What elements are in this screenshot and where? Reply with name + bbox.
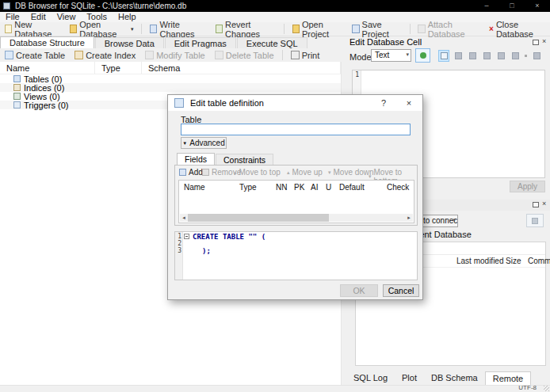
tab-plot[interactable]: Plot bbox=[395, 371, 424, 384]
close-panel-icon[interactable]: × bbox=[542, 200, 546, 207]
move-up-button[interactable]: ▴ Move up bbox=[287, 168, 323, 177]
column-commit[interactable]: Commit bbox=[528, 257, 550, 265]
tree-column-schema[interactable]: Schema bbox=[142, 62, 341, 74]
mode-select[interactable]: Text ▾ bbox=[371, 49, 411, 62]
dialog-title: Edit table definition bbox=[190, 98, 264, 108]
column-last-modified[interactable]: Last modified bbox=[456, 257, 503, 265]
tab-sql-log[interactable]: SQL Log bbox=[346, 371, 395, 384]
views-icon bbox=[13, 93, 21, 100]
scrollbar-thumb[interactable] bbox=[188, 214, 329, 222]
create-index-button[interactable]: Create Index bbox=[70, 48, 140, 63]
move-to-top-button[interactable]: ▴ Move to top bbox=[234, 168, 281, 177]
move-down-label: Move down bbox=[334, 168, 374, 177]
tab-edit-pragmas[interactable]: Edit Pragmas bbox=[165, 37, 236, 48]
add-field-button[interactable]: Add bbox=[179, 168, 203, 177]
tree-item-tables[interactable]: Tables (0) bbox=[0, 74, 341, 83]
create-table-button[interactable]: Create Table bbox=[0, 48, 70, 63]
word-wrap-icon[interactable] bbox=[438, 50, 449, 62]
auto-switch-mode-button[interactable] bbox=[415, 48, 430, 63]
fields-toolbar: Add Remove ▴ Move to top ▴ Move up ▾ Mov… bbox=[175, 168, 417, 178]
close-database-button[interactable]: × Close Database bbox=[484, 22, 550, 36]
close-database-icon: × bbox=[489, 25, 494, 33]
mode-value: Text bbox=[375, 51, 389, 59]
set-null-icon[interactable] bbox=[495, 50, 506, 62]
move-down-button[interactable]: ▾ Move down bbox=[328, 168, 374, 177]
column-u[interactable]: U bbox=[326, 183, 331, 192]
go-icon bbox=[532, 218, 538, 224]
open-database-button[interactable]: Open Database ▾ bbox=[65, 22, 138, 36]
window-title: DB Browser for SQLite - C:\Users\turne\d… bbox=[15, 2, 186, 10]
help-icon[interactable]: ? bbox=[376, 97, 391, 109]
new-database-button[interactable]: New Database bbox=[0, 22, 65, 36]
advanced-button[interactable]: ▼ Advanced bbox=[181, 137, 227, 149]
float-panel-icon[interactable] bbox=[533, 40, 539, 45]
column-name[interactable]: Name bbox=[184, 183, 205, 192]
float-panel-icon[interactable] bbox=[533, 202, 539, 207]
horizontal-scrollbar[interactable]: ◂ ▸ bbox=[180, 214, 413, 222]
connect-button[interactable] bbox=[526, 214, 544, 227]
dialog-title-bar[interactable]: Edit table definition ? × bbox=[168, 95, 422, 111]
tab-database-structure[interactable]: Database Structure bbox=[0, 36, 94, 48]
column-pk[interactable]: PK bbox=[294, 183, 304, 192]
tab-browse-data[interactable]: Browse Data bbox=[95, 37, 164, 48]
binary-mode-icon[interactable] bbox=[453, 50, 464, 62]
save-project-icon bbox=[352, 25, 359, 33]
move-bottom-icon: ▾ bbox=[369, 173, 372, 180]
line-number: 2 bbox=[178, 240, 181, 247]
minimize-icon[interactable]: – bbox=[474, 0, 499, 12]
chevron-down-icon[interactable]: ▾ bbox=[131, 26, 134, 32]
tree-item-indices[interactable]: Indices (0) bbox=[0, 83, 341, 92]
delete-table-label: Delete Table bbox=[226, 51, 274, 60]
revert-changes-button[interactable]: Revert Changes bbox=[211, 22, 281, 36]
column-size[interactable]: Size bbox=[506, 257, 521, 265]
print-button[interactable]: Print bbox=[286, 48, 325, 63]
close-panel-icon[interactable]: × bbox=[542, 37, 546, 45]
dialog-table-icon bbox=[174, 98, 184, 108]
fold-marker-icon[interactable] bbox=[184, 234, 189, 239]
create-index-label: Create Index bbox=[86, 51, 136, 60]
column-ai[interactable]: AI bbox=[311, 183, 318, 192]
open-project-button[interactable]: Open Project bbox=[288, 22, 348, 36]
tree-column-type[interactable]: Type bbox=[95, 62, 142, 74]
scroll-left-icon[interactable]: ◂ bbox=[180, 214, 188, 222]
save-project-button[interactable]: Save Project bbox=[347, 22, 406, 36]
main-toolbar: New Database Open Database ▾ Write Chang… bbox=[0, 22, 550, 36]
toolbar-separator bbox=[284, 24, 285, 34]
tab-fields[interactable]: Fields bbox=[177, 153, 215, 165]
tab-constraints[interactable]: Constraints bbox=[216, 154, 273, 165]
ok-button[interactable]: OK bbox=[340, 284, 378, 297]
import-icon[interactable] bbox=[467, 50, 478, 62]
print-label: Print bbox=[302, 51, 320, 60]
sql-code: CREATE TABLE "" ( ); bbox=[183, 232, 417, 280]
tab-db-schema[interactable]: DB Schema bbox=[424, 371, 485, 384]
dialog-close-icon[interactable]: × bbox=[402, 97, 416, 109]
resize-grip[interactable] bbox=[544, 386, 549, 391]
column-type[interactable]: Type bbox=[239, 183, 257, 192]
move-top-label: Move to top bbox=[239, 168, 281, 177]
attach-database-icon bbox=[418, 25, 425, 33]
close-icon[interactable]: × bbox=[525, 0, 550, 12]
modify-table-button[interactable]: Modify Table bbox=[140, 48, 210, 63]
delete-table-button[interactable]: Delete Table bbox=[210, 48, 279, 63]
column-nn[interactable]: NN bbox=[276, 183, 287, 192]
cancel-button[interactable]: Cancel bbox=[383, 284, 419, 297]
column-check[interactable]: Check bbox=[387, 183, 409, 192]
maximize-icon[interactable]: □ bbox=[499, 0, 525, 12]
print-cell-icon[interactable] bbox=[531, 50, 542, 62]
export-icon[interactable] bbox=[481, 50, 492, 62]
table-name-input[interactable] bbox=[181, 124, 411, 135]
encoding-status[interactable]: UTF-8 bbox=[518, 384, 537, 391]
column-default[interactable]: Default bbox=[339, 183, 365, 192]
revert-changes-label: Revert Changes bbox=[225, 20, 276, 39]
write-changes-button[interactable]: Write Changes bbox=[145, 22, 211, 36]
apply-button[interactable]: Apply bbox=[510, 181, 545, 192]
scroll-right-icon[interactable]: ▸ bbox=[405, 214, 413, 222]
sql-preview[interactable]: 1 2 3 CREATE TABLE "" ( ); bbox=[174, 231, 418, 280]
save-icon[interactable] bbox=[510, 50, 521, 62]
tree-column-name[interactable]: Name bbox=[0, 62, 95, 74]
app-window: DB Browser for SQLite - C:\Users\turne\d… bbox=[0, 0, 550, 392]
advanced-label: Advanced bbox=[189, 139, 224, 147]
tab-execute-sql[interactable]: Execute SQL bbox=[237, 37, 307, 48]
attach-database-button[interactable]: Attach Database bbox=[413, 22, 484, 36]
create-table-label: Create Table bbox=[16, 51, 65, 60]
